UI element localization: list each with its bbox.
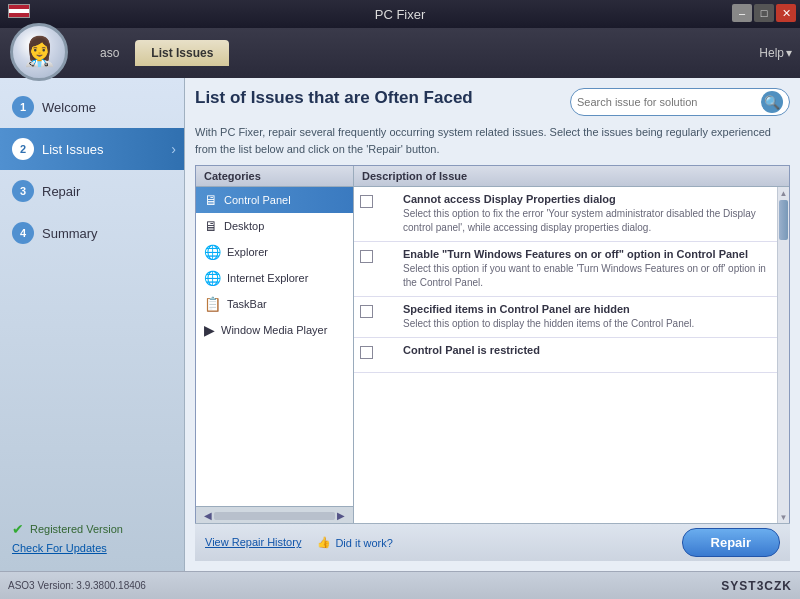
help-button[interactable]: Help ▾ [759, 46, 792, 60]
issue-icon-1: ⚙ [377, 193, 399, 215]
nurse-icon: 👩‍⚕️ [22, 38, 57, 66]
search-button[interactable]: 🔍 [761, 91, 783, 113]
sidebar: 1 Welcome 2 List Issues › 3 Repair 4 Sum… [0, 78, 185, 571]
category-item-taskbar[interactable]: 📋 TaskBar [196, 291, 353, 317]
close-button[interactable]: ✕ [776, 4, 796, 22]
category-item-wmp[interactable]: ▶ Window Media Player [196, 317, 353, 343]
window-controls: – □ ✕ [732, 4, 796, 22]
desktop-icon: 🖥 [204, 218, 218, 234]
content-area: List of Issues that are Often Faced 🔍 Wi… [185, 78, 800, 571]
issue-desc-2: Select this option if you want to enable… [403, 262, 771, 290]
issue-title-3: Specified items in Control Panel are hid… [403, 303, 771, 315]
version-label: ASO3 Version: 3.9.3800.18406 [8, 580, 146, 591]
control-panel-icon: 🖥 [204, 192, 218, 208]
issues-column: Description of Issue ⚙ Cannot access Dis… [354, 166, 789, 524]
language-flag-icon [8, 4, 30, 18]
chevron-down-icon: ▾ [786, 46, 792, 60]
issue-checkbox-3[interactable] [360, 305, 373, 318]
registered-status: ✔ Registered Version [12, 521, 172, 537]
sidebar-item-welcome[interactable]: 1 Welcome [0, 86, 184, 128]
issue-item-2: ⚙ Enable "Turn Windows Features on or of… [354, 242, 777, 297]
repair-button[interactable]: Repair [682, 528, 780, 557]
taskbar-icon: 📋 [204, 296, 221, 312]
app-logo: 👩‍⚕️ [10, 23, 68, 81]
sidebar-item-label: List Issues [42, 142, 103, 157]
app-title: PC Fixer [375, 7, 426, 22]
issue-item-3: ⚙ Specified items in Control Panel are h… [354, 297, 777, 338]
chevron-right-icon: › [171, 141, 176, 157]
category-scroll-bar: ◀ ▶ [196, 506, 353, 524]
issue-title-1: Cannot access Display Properties dialog [403, 193, 771, 205]
media-player-icon: ▶ [204, 322, 215, 338]
issue-icon-2: ⚙ [377, 248, 399, 270]
issue-title-2: Enable "Turn Windows Features on or off"… [403, 248, 771, 260]
issue-list: ⚙ Cannot access Display Properties dialo… [354, 187, 777, 524]
description-header: Description of Issue [354, 166, 789, 187]
sidebar-item-summary[interactable]: 4 Summary [0, 212, 184, 254]
sidebar-item-repair[interactable]: 3 Repair [0, 170, 184, 212]
issue-item-1: ⚙ Cannot access Display Properties dialo… [354, 187, 777, 242]
brand-label: SYST3CZK [721, 579, 792, 593]
categories-header: Categories [196, 166, 353, 187]
check-updates-link[interactable]: Check For Updates [12, 542, 107, 554]
issue-desc-3: Select this option to display the hidden… [403, 317, 771, 331]
description-text: With PC Fixer, repair several frequently… [195, 124, 790, 157]
did-it-work-link[interactable]: 👍 Did it work? [317, 536, 392, 549]
issue-desc-1: Select this option to fix the error 'You… [403, 207, 771, 235]
issue-checkbox-1[interactable] [360, 195, 373, 208]
category-item-desktop[interactable]: 🖥 Desktop [196, 213, 353, 239]
thumbs-up-icon: 👍 [317, 536, 331, 549]
issue-icon-4: ⚙ [377, 344, 399, 366]
issue-checkbox-4[interactable] [360, 346, 373, 359]
registered-label: Registered Version [30, 523, 123, 535]
minimize-button[interactable]: – [732, 4, 752, 22]
ie-icon: 🌐 [204, 270, 221, 286]
issue-icon-3: ⚙ [377, 303, 399, 325]
explorer-icon: 🌐 [204, 244, 221, 260]
headerbar: 👩‍⚕️ aso List Issues Help ▾ [0, 28, 800, 78]
search-box[interactable]: 🔍 [570, 88, 790, 116]
view-repair-history-link[interactable]: View Repair History [205, 536, 301, 549]
sidebar-item-label: Repair [42, 184, 80, 199]
page-title: List of Issues that are Often Faced [195, 88, 473, 108]
category-item-control-panel[interactable]: 🖥 Control Panel [196, 187, 353, 213]
statusbar: ASO3 Version: 3.9.3800.18406 SYST3CZK [0, 571, 800, 599]
scroll-right-icon[interactable]: ▶ [337, 510, 345, 521]
issue-item-4: ⚙ Control Panel is restricted [354, 338, 777, 373]
scrollbar-thumb[interactable] [779, 200, 788, 240]
issue-title-4: Control Panel is restricted [403, 344, 771, 356]
check-icon: ✔ [12, 521, 24, 537]
action-bar: View Repair History 👍 Did it work? Repai… [195, 523, 790, 561]
issue-scrollbar: ▲ ▼ [777, 187, 789, 524]
maximize-button[interactable]: □ [754, 4, 774, 22]
content-header: List of Issues that are Often Faced 🔍 [195, 88, 790, 116]
search-input[interactable] [577, 96, 757, 108]
category-list: 🖥 Control Panel 🖥 Desktop 🌐 Explorer 🌐 I… [196, 187, 353, 506]
issue-checkbox-2[interactable] [360, 250, 373, 263]
categories-column: Categories 🖥 Control Panel 🖥 Desktop 🌐 E… [196, 166, 354, 524]
category-item-ie[interactable]: 🌐 Internet Explorer [196, 265, 353, 291]
titlebar: PC Fixer – □ ✕ [0, 0, 800, 28]
scroll-left-icon[interactable]: ◀ [204, 510, 212, 521]
sidebar-item-label: Welcome [42, 100, 96, 115]
main-layout: 1 Welcome 2 List Issues › 3 Repair 4 Sum… [0, 78, 800, 571]
sidebar-item-label: Summary [42, 226, 98, 241]
issue-table: Categories 🖥 Control Panel 🖥 Desktop 🌐 E… [195, 165, 790, 525]
username-label: aso [88, 42, 131, 64]
sidebar-item-list-issues[interactable]: 2 List Issues › [0, 128, 184, 170]
scroll-up-icon[interactable]: ▲ [778, 187, 789, 200]
sidebar-bottom: ✔ Registered Version Check For Updates [0, 513, 184, 563]
active-tab-label[interactable]: List Issues [135, 40, 229, 66]
category-item-explorer[interactable]: 🌐 Explorer [196, 239, 353, 265]
